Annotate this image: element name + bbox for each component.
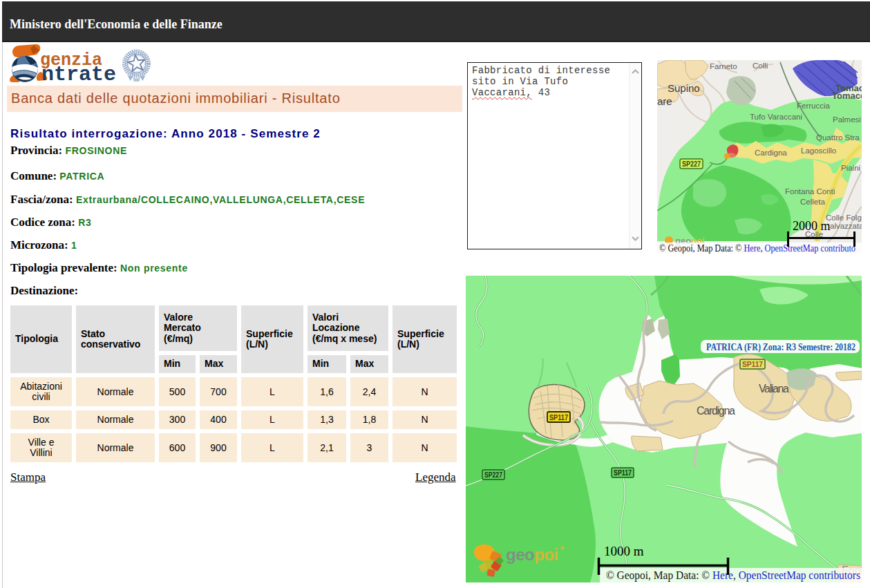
svg-text:Colle Folg: Colle Folg	[826, 214, 862, 222]
svg-text:Ferruccia: Ferruccia	[797, 102, 831, 110]
svg-text:are: are	[657, 95, 672, 107]
svg-text:SP227: SP227	[682, 160, 701, 168]
svg-text:Piaini: Piaini	[841, 164, 860, 172]
svg-text:Lagoscillo: Lagoscillo	[801, 146, 836, 155]
svg-text:PATRICA (FR) Zona: R3 Semestre: PATRICA (FR) Zona: R3 Semestre: 20182	[706, 341, 855, 353]
svg-text:alvazzata: alvazzata	[830, 222, 862, 230]
svg-text:Palmesi: Palmesi	[833, 115, 861, 124]
svg-text:1000 m: 1000 m	[604, 544, 644, 558]
svg-text:Cardigna: Cardigna	[755, 149, 787, 157]
svg-text:Tufo Varaccani: Tufo Varaccani	[750, 113, 802, 121]
svg-text:Fontana Conti: Fontana Conti	[785, 187, 835, 196]
svg-text:Supino: Supino	[668, 82, 700, 94]
svg-text:geo: geo	[506, 545, 534, 564]
svg-text:Tomace: Tomace	[832, 91, 862, 101]
svg-text:2000 m: 2000 m	[793, 219, 831, 233]
svg-text:Celleta: Celleta	[800, 198, 825, 206]
svg-text:Colli: Colli	[753, 61, 768, 70]
svg-text:Quattro Stra: Quattro Stra	[816, 133, 860, 142]
svg-text:Farneto: Farneto	[710, 62, 737, 70]
svg-text:Valiana: Valiana	[759, 383, 789, 395]
svg-text:ntrate: ntrate	[41, 63, 116, 84]
svg-text:poi: poi	[534, 545, 558, 564]
svg-text:SP117: SP117	[614, 468, 632, 477]
svg-text:© Geopoi, Map Data: © Here, Op: © Geopoi, Map Data: © Here, OpenStreetMa…	[606, 569, 860, 582]
svg-text:SP227: SP227	[484, 471, 502, 479]
svg-text:SP117: SP117	[549, 413, 568, 421]
svg-text:Cardigna: Cardigna	[697, 405, 735, 417]
svg-text:© Geopoi, Map Data: © Here, Op: © Geopoi, Map Data: © Here, OpenStreetMa…	[659, 243, 855, 254]
svg-text:SP117: SP117	[742, 360, 763, 368]
